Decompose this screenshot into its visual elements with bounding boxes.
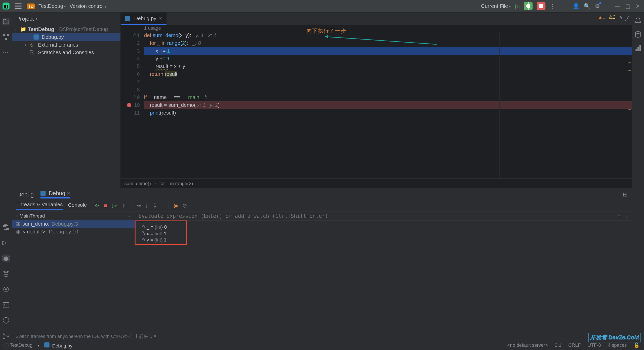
python-file-icon [33, 34, 39, 40]
tree-root[interactable]: ⌄📁 TestDebug D:\Project\TestDebug [12, 25, 120, 33]
right-tool-rail [632, 13, 644, 340]
project-badge: TD [27, 3, 35, 9]
inspection-widgets[interactable]: ▲1 ⚠2 ∧∨ [598, 14, 629, 20]
stop-debug-icon[interactable]: ■ [104, 202, 107, 209]
evaluate-expression-input[interactable] [139, 213, 618, 219]
step-into-icon[interactable]: ↓ [145, 202, 148, 209]
problems-tool-icon[interactable] [2, 317, 10, 324]
variable-row[interactable]: ⁰₁ y = {int} 1 [139, 236, 629, 243]
threads-vars-tab[interactable]: Threads & Variables [16, 201, 63, 209]
notifications-icon[interactable] [634, 17, 642, 25]
close-session-icon[interactable]: × [67, 190, 70, 196]
console-tab[interactable]: Console [68, 202, 87, 209]
run-icon[interactable]: ▷ [515, 3, 520, 9]
close-window-icon[interactable]: ✕ [635, 3, 641, 9]
nav-bar-file[interactable]: Debug.py [44, 342, 72, 348]
frames-panel: ≡ MainThread ⌄ ▦sum_demo,Debug.py:3 ▦<mo… [12, 212, 135, 332]
svg-line-11 [9, 256, 10, 257]
svg-point-23 [635, 31, 640, 33]
debug-tool-icon[interactable] [2, 255, 10, 262]
coverage-tool-icon[interactable] [634, 44, 642, 52]
debug-session-tab[interactable]: Debug × [41, 190, 70, 198]
svg-rect-25 [637, 47, 639, 51]
left-tool-rail: ⋯ ▷ [0, 13, 12, 340]
close-tab-icon[interactable]: × [159, 15, 162, 22]
project-tool-icon[interactable] [2, 18, 10, 25]
svg-point-7 [7, 34, 9, 36]
svg-point-6 [3, 34, 5, 36]
services-tool-icon[interactable] [2, 270, 10, 278]
run-line-icon[interactable]: ▷ [133, 31, 136, 36]
breakpoint-icon[interactable] [127, 103, 131, 107]
tree-external-libraries[interactable]: ›⎋ External Libraries [12, 41, 120, 49]
svg-point-9 [4, 256, 8, 261]
annotation-highlight-box [135, 221, 187, 245]
pause-icon[interactable]: ⏸ [122, 202, 127, 209]
editor-tab-debug-py[interactable]: Debug.py × [121, 13, 167, 25]
run-config-selector[interactable]: Current File▾ [481, 3, 511, 9]
mute-breakpoints-icon[interactable]: ⊘ [182, 202, 187, 209]
status-bar: ▢ TestDebug › Debug.py <no default serve… [0, 340, 644, 350]
stack-frame[interactable]: ▦<module>,Debug.py:10 [12, 228, 135, 236]
python-console-icon[interactable] [2, 223, 10, 231]
step-over-icon[interactable]: ⤼ [136, 202, 141, 209]
run-line-icon[interactable]: ▷ [133, 93, 136, 98]
search-icon[interactable]: 🔍 [584, 3, 590, 9]
more-icon[interactable]: ⋮ [550, 3, 555, 9]
svg-point-21 [3, 337, 5, 339]
vcs-tool-icon[interactable] [2, 332, 10, 340]
thread-selector[interactable]: MainThread [20, 213, 45, 218]
close-tip-icon[interactable]: × [153, 333, 157, 339]
debug-icon[interactable] [524, 2, 533, 10]
more-tools-icon[interactable]: ⋯ [2, 49, 10, 56]
debug-panel: Debug Debug × ⊞ Threads & Variables Cons… [12, 188, 632, 340]
terminal-tool-icon[interactable] [2, 301, 10, 309]
svg-point-20 [3, 333, 5, 335]
python-file-icon [44, 342, 50, 347]
account-icon[interactable]: 👤 [573, 3, 579, 9]
app-logo-icon[interactable]: ◧ [3, 3, 9, 9]
readonly-indicator[interactable]: 🔓 [634, 342, 640, 348]
nav-bar-project[interactable]: ▢ TestDebug [4, 342, 32, 348]
debug-panel-title: Debug [16, 189, 34, 199]
project-selector[interactable]: TestDebug▾ [38, 3, 66, 9]
eval-history-icon[interactable]: ≡ [618, 213, 621, 219]
structure-tool-icon[interactable] [2, 33, 10, 41]
maximize-icon[interactable]: ▢ [625, 3, 631, 9]
variables-panel: ≡ ⌄ ⁰₁ _ = {int} 0 ⁰₁ x = {int} 1 ⁰₁ y =… [135, 212, 632, 332]
stop-icon[interactable] [537, 2, 545, 10]
settings-icon[interactable]: ⚙ [595, 3, 600, 9]
indent-indicator[interactable]: 4 spaces [608, 342, 627, 348]
layout-settings-icon[interactable]: ⊞ [623, 191, 628, 197]
rerun-icon[interactable]: ↻ [95, 202, 99, 209]
variable-row[interactable]: ⁰₁ x = {int} 1 [139, 230, 629, 236]
svg-rect-24 [635, 49, 637, 51]
debug-more-icon[interactable]: ⋮ [191, 202, 197, 209]
tree-scratches[interactable]: ⎘ Scratches and Consoles [12, 49, 120, 56]
tree-file-debug-py[interactable]: Debug.py [12, 33, 120, 41]
view-breakpoints-icon[interactable]: ◉ [173, 202, 178, 209]
thread-dropdown-icon[interactable]: ⌄ [128, 213, 131, 218]
eval-expand-icon[interactable]: ⌄ [625, 214, 629, 218]
code-editor[interactable]: 1234567891011 ▷ ▷ 1 usage def sum_demo(x… [121, 25, 632, 178]
step-into-my-icon[interactable]: ⇣ [152, 202, 157, 209]
breadcrumb-bar[interactable]: sum_demo()›for _ in range(2) [121, 178, 632, 188]
main-menu-icon[interactable] [15, 4, 21, 9]
vcs-menu[interactable]: Version control▾ [70, 3, 107, 9]
database-tool-icon[interactable] [634, 30, 642, 38]
resume-icon[interactable]: ⫿▷ [111, 202, 117, 209]
run-tool-icon[interactable]: ▷ [2, 239, 10, 247]
caret-position[interactable]: 3:1 [555, 342, 561, 348]
python-packages-icon[interactable] [2, 286, 10, 293]
server-indicator[interactable]: <no default server> [507, 342, 548, 348]
minimize-icon[interactable]: — [615, 3, 621, 9]
gutter[interactable]: 1234567891011 [121, 25, 144, 178]
step-out-icon[interactable]: ↑ [162, 202, 164, 209]
stack-frame[interactable]: ▦sum_demo,Debug.py:3 [12, 220, 135, 228]
encoding-indicator[interactable]: UTF-8 [588, 342, 601, 348]
svg-point-8 [5, 38, 7, 40]
svg-point-0 [526, 4, 530, 8]
variable-row[interactable]: ⁰₁ _ = {int} 0 [139, 223, 629, 230]
project-panel-header[interactable]: Project▾ [12, 13, 120, 25]
line-separator[interactable]: CRLF [568, 342, 581, 348]
